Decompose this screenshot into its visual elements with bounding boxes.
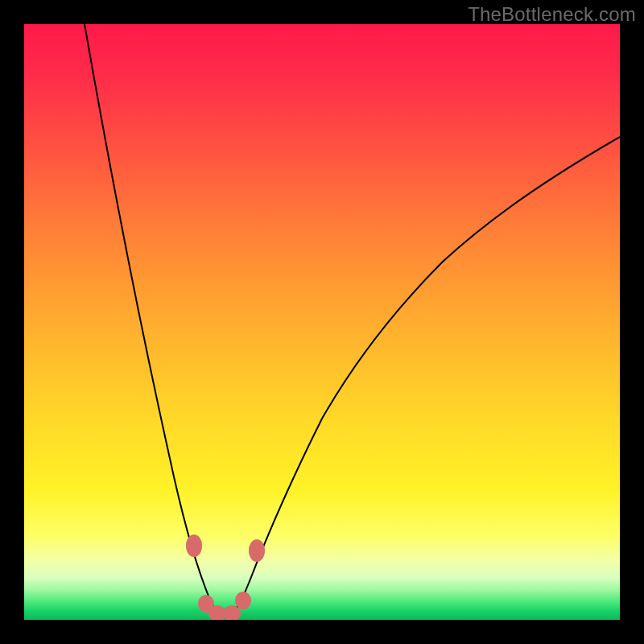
marker-dot xyxy=(223,605,241,620)
watermark-text: TheBottleneck.com xyxy=(468,3,636,26)
chart-area xyxy=(24,24,620,620)
marker-dot xyxy=(186,535,202,557)
marker-dot xyxy=(249,539,265,562)
bottleneck-curve xyxy=(85,24,620,616)
chart-svg xyxy=(24,24,620,620)
marker-dot xyxy=(235,592,251,609)
marker-group xyxy=(186,535,265,620)
